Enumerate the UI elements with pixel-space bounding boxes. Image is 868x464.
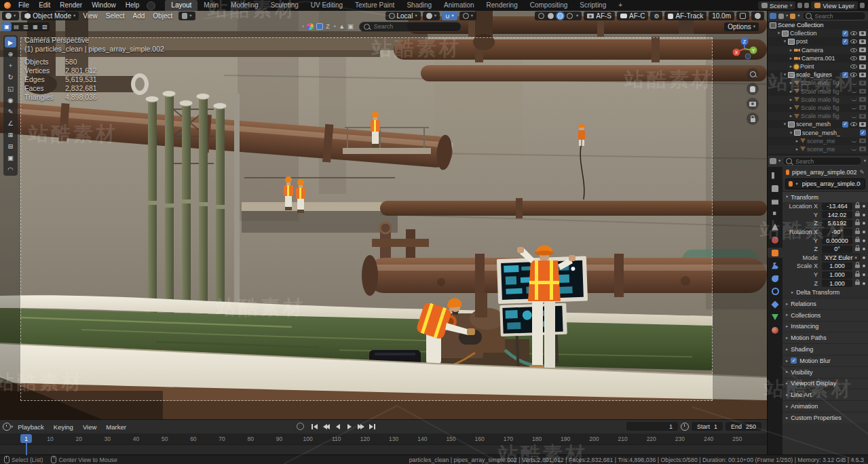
object-name-field[interactable]: ▾	[785, 178, 865, 189]
3d-viewport[interactable]: ▾ Object Mode ▾ ViewSelectAddObject ▾ Lo…	[0, 11, 767, 419]
jump-to-end-button[interactable]	[367, 422, 377, 431]
tool-search[interactable]	[359, 22, 461, 32]
disable-render-icon[interactable]	[859, 31, 866, 36]
outliner-item-scale-male-fig[interactable]: ▸Scale male fig	[768, 79, 868, 87]
frame-start-field[interactable]: Start 1	[692, 422, 723, 431]
workspace-tab-scripting[interactable]: Scripting	[573, 0, 612, 11]
hide-eye-icon[interactable]	[850, 64, 857, 69]
transform-field-z[interactable]: 0°	[822, 246, 852, 253]
delta-transform-panel[interactable]: ▸ Delta Transform	[782, 288, 868, 298]
af-settings-button[interactable]: ⚙	[650, 12, 662, 20]
tool-rotate[interactable]: ↻	[5, 71, 16, 82]
shading-mode-group[interactable]: ▾	[535, 12, 582, 20]
snap-toggle[interactable]: ∪ ▾	[442, 12, 457, 20]
lock-icon[interactable]	[855, 273, 860, 277]
outliner-display-mode-icon[interactable]	[770, 13, 776, 19]
zoom-button[interactable]	[747, 68, 759, 80]
next-keyframe-button[interactable]	[356, 422, 366, 431]
outliner-item-camera[interactable]: ▸Camera	[768, 46, 868, 54]
timeline-menu-playback[interactable]: Playback	[13, 423, 49, 431]
hide-eye-icon[interactable]	[850, 56, 857, 60]
timeline-tracks[interactable]	[0, 444, 767, 455]
properties-tab-output[interactable]	[768, 196, 782, 206]
current-frame-field[interactable]: 1	[626, 422, 678, 431]
panel-relations[interactable]: ▸Relations	[782, 298, 868, 309]
workspace-tab-main[interactable]: Main	[197, 0, 225, 11]
outliner-item-scale-male-fig[interactable]: ▸Scale male fig	[768, 88, 868, 96]
panel-custom-properties[interactable]: ▸Custom Properties	[782, 412, 868, 423]
expand-icon[interactable]: ▸	[788, 105, 794, 111]
hide-eye-icon[interactable]	[850, 48, 857, 52]
lock-icon[interactable]	[855, 265, 860, 268]
expand-icon[interactable]: ▸	[788, 97, 794, 102]
disable-render-icon[interactable]	[859, 64, 866, 69]
lock-icon[interactable]	[855, 239, 860, 242]
options-button[interactable]: Options ▾	[724, 22, 759, 31]
render-disabled-icon[interactable]	[859, 89, 866, 94]
collapse-icon[interactable]: ▾	[782, 39, 788, 44]
hide-eye-icon[interactable]	[850, 73, 857, 77]
hidden-eye-icon[interactable]	[851, 81, 857, 85]
lock-icon[interactable]	[855, 222, 860, 225]
copy-icon[interactable]	[860, 3, 865, 8]
transform-field-rotation-x[interactable]: -90°	[822, 229, 852, 236]
editor-type-button[interactable]: ▾	[2, 12, 19, 20]
lock-icon[interactable]	[855, 282, 860, 285]
panel-checkbox[interactable]: ✓	[791, 357, 797, 364]
select-extend-icon[interactable]: ▤	[12, 22, 21, 31]
tool-measure[interactable]: ∠	[5, 117, 16, 128]
workspace-tab-sculpting[interactable]: Sculpting	[265, 0, 305, 11]
render-disabled-icon[interactable]	[859, 147, 866, 151]
hide-eye-icon[interactable]	[850, 39, 857, 43]
color-wheel-icon[interactable]	[307, 23, 314, 30]
play-button[interactable]	[344, 422, 354, 431]
af-c-button[interactable]: AF-C	[617, 12, 648, 20]
menu-file[interactable]: File	[14, 0, 34, 11]
tool-search-input[interactable]	[373, 22, 457, 31]
exclude-checkbox[interactable]: ✓	[842, 121, 848, 128]
workspace-tab-[interactable]: +	[612, 0, 628, 11]
outliner-item-scene-me[interactable]: ▸scene_me	[768, 145, 868, 153]
scene-selector[interactable]: Scene ▾	[758, 1, 795, 9]
disable-render-icon[interactable]	[859, 39, 866, 44]
disable-render-icon[interactable]	[859, 122, 866, 127]
animate-dot[interactable]	[863, 282, 865, 285]
hide-eye-icon[interactable]	[850, 122, 857, 126]
pivot-point-button[interactable]: ▾	[423, 12, 440, 20]
material-shading-icon[interactable]	[557, 13, 563, 19]
transform-field-z[interactable]: 5.6192	[822, 220, 852, 227]
animate-dot[interactable]	[863, 256, 865, 259]
collapse-icon[interactable]: ▾	[776, 31, 782, 36]
pan-button[interactable]	[747, 83, 759, 95]
timeline-editor-icon[interactable]	[3, 423, 11, 431]
properties-editor-icon[interactable]	[770, 158, 776, 164]
outliner-item-scale-figures[interactable]: ▾scale_figures✓	[768, 71, 868, 79]
properties-tab-scene[interactable]	[768, 222, 782, 232]
outliner-item-scale-male-fig[interactable]: ▸Scale male fig	[768, 112, 868, 120]
properties-tab-world[interactable]	[768, 235, 782, 245]
expand-icon[interactable]: ▸	[788, 47, 794, 53]
workspace-tab-modeling[interactable]: Modeling	[225, 0, 265, 11]
current-frame-indicator[interactable]: 1	[20, 434, 32, 443]
lock-icon[interactable]	[855, 213, 860, 216]
animate-dot[interactable]	[863, 248, 865, 250]
animate-dot[interactable]	[863, 265, 865, 267]
jump-to-start-button[interactable]	[309, 422, 320, 431]
hide-eye-icon[interactable]	[850, 31, 857, 35]
workspace-tab-texture-paint[interactable]: Texture Paint	[349, 0, 400, 11]
hidden-eye-icon[interactable]	[851, 115, 857, 118]
collapse-icon[interactable]: ▾	[782, 72, 788, 77]
tool-scale[interactable]: ◱	[5, 83, 16, 94]
render-disabled-icon[interactable]	[859, 81, 866, 85]
panel-animation[interactable]: ▸Animation	[782, 400, 868, 412]
properties-tab-view-layer[interactable]	[768, 209, 782, 219]
disable-render-icon[interactable]	[859, 73, 866, 77]
navigation-gizmo[interactable]: Z X Y	[732, 37, 757, 61]
object-name-input[interactable]	[801, 180, 862, 188]
expand-icon[interactable]: ▸	[788, 56, 794, 61]
tool-select-box[interactable]: ▶	[5, 37, 16, 47]
expand-icon[interactable]: ▸	[788, 89, 794, 94]
outliner-item-scene-mesh[interactable]: ▾scene_mesh✓	[768, 120, 868, 128]
figures-icon[interactable]: ▲	[339, 23, 345, 30]
outliner-item-point[interactable]: ▸Point	[768, 62, 868, 71]
